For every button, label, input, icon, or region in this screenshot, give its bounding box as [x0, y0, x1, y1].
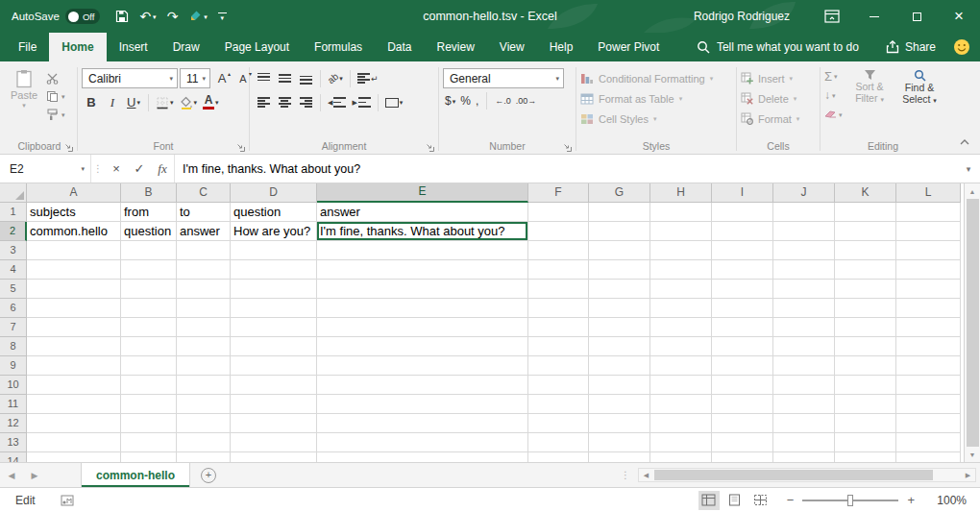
cell-B1[interactable]: from: [121, 203, 177, 222]
collapse-ribbon-button[interactable]: [959, 135, 970, 149]
cell-E10[interactable]: [317, 376, 528, 395]
select-all-button[interactable]: [0, 183, 27, 203]
format-as-table-dropdown-icon[interactable]: ▾: [679, 95, 683, 102]
cell-E2[interactable]: I'm fine, thanks. What about you?: [317, 222, 528, 241]
cell-K9[interactable]: [835, 356, 896, 376]
save-button[interactable]: [115, 10, 129, 23]
cell-C5[interactable]: [177, 280, 231, 299]
cell-G1[interactable]: [589, 203, 650, 222]
cell-C1[interactable]: to: [177, 203, 231, 222]
cell-I5[interactable]: [712, 280, 773, 299]
name-box[interactable]: E2 ▾: [0, 155, 90, 183]
cell-H13[interactable]: [650, 433, 712, 452]
cell-J4[interactable]: [773, 260, 835, 280]
cell-K13[interactable]: [835, 433, 896, 452]
cell-G9[interactable]: [589, 356, 650, 376]
copy-button[interactable]: ▾: [46, 89, 65, 104]
cell-C11[interactable]: [177, 395, 231, 414]
cell-F8[interactable]: [528, 337, 589, 356]
format-cells-button[interactable]: Format ▾: [741, 110, 816, 128]
scroll-down-icon[interactable]: ▼: [966, 448, 979, 461]
cell-G12[interactable]: [589, 414, 650, 433]
cell-B12[interactable]: [121, 414, 177, 433]
cell-F3[interactable]: [528, 241, 589, 260]
cell-K14[interactable]: [835, 452, 896, 462]
cell-F11[interactable]: [528, 395, 589, 414]
tab-power-pivot[interactable]: Power Pivot: [585, 33, 672, 61]
cell-B6[interactable]: [121, 299, 177, 318]
cell-H1[interactable]: [650, 203, 712, 222]
insert-function-button[interactable]: fx: [151, 155, 174, 183]
column-header-F[interactable]: F: [528, 183, 589, 203]
tab-insert[interactable]: Insert: [107, 33, 160, 61]
column-header-D[interactable]: D: [231, 183, 317, 203]
cell-D2[interactable]: How are you?: [231, 222, 317, 241]
cell-K7[interactable]: [835, 318, 896, 337]
name-box-dropdown-icon[interactable]: ▾: [81, 165, 85, 172]
cell-F10[interactable]: [528, 376, 589, 395]
cell-L9[interactable]: [896, 356, 961, 376]
vertical-scroll-thumb[interactable]: [967, 199, 979, 447]
row-header-3[interactable]: 3: [0, 241, 27, 260]
cell-C14[interactable]: [177, 452, 231, 462]
underline-dropdown-icon[interactable]: ▾: [136, 99, 140, 106]
align-left-button[interactable]: [254, 92, 273, 112]
cell-G7[interactable]: [589, 318, 650, 337]
formula-bar-splitter[interactable]: ⋮: [91, 155, 105, 183]
cell-H10[interactable]: [650, 376, 712, 395]
cell-K8[interactable]: [835, 337, 896, 356]
row-header-14[interactable]: 14: [0, 452, 27, 462]
cell-E9[interactable]: [317, 356, 528, 376]
cell-H3[interactable]: [650, 241, 712, 260]
cell-J9[interactable]: [773, 356, 835, 376]
cell-A1[interactable]: subjects: [27, 203, 121, 222]
cell-A9[interactable]: [27, 356, 121, 376]
cell-I6[interactable]: [712, 299, 773, 318]
copy-dropdown-icon[interactable]: ▾: [61, 93, 65, 100]
cell-D5[interactable]: [231, 280, 317, 299]
tab-formulas[interactable]: Formulas: [302, 33, 375, 61]
cell-I10[interactable]: [712, 376, 773, 395]
percent-button[interactable]: %: [460, 94, 471, 108]
zoom-in-button[interactable]: +: [907, 493, 915, 507]
format-painter-dropdown-icon[interactable]: ▾: [61, 111, 65, 118]
borders-button[interactable]: ▾: [154, 92, 176, 112]
cell-K4[interactable]: [835, 260, 896, 280]
cell-J3[interactable]: [773, 241, 835, 260]
clipboard-dialog-launcher[interactable]: [64, 143, 73, 152]
cell-F2[interactable]: [528, 222, 589, 241]
scroll-right-icon[interactable]: ▶: [961, 472, 975, 479]
cell-A4[interactable]: [27, 260, 121, 280]
zoom-slider[interactable]: [802, 500, 898, 501]
cell-F12[interactable]: [528, 414, 589, 433]
clear-dropdown-icon[interactable]: ▾: [839, 111, 843, 118]
fill-color-dropdown-icon[interactable]: ▾: [194, 99, 198, 106]
cell-D8[interactable]: [231, 337, 317, 356]
cell-C10[interactable]: [177, 376, 231, 395]
middle-align-button[interactable]: [275, 68, 294, 88]
font-dialog-launcher[interactable]: [236, 143, 245, 152]
cancel-button[interactable]: ×: [105, 155, 128, 183]
autosave-pill[interactable]: Off: [65, 9, 101, 24]
cell-styles-dropdown-icon[interactable]: ▾: [653, 115, 657, 122]
cell-A5[interactable]: [27, 280, 121, 299]
cell-G2[interactable]: [589, 222, 650, 241]
cell-B14[interactable]: [121, 452, 177, 462]
font-family-dropdown-icon[interactable]: ▾: [169, 75, 173, 82]
row-header-4[interactable]: 4: [0, 260, 27, 280]
cell-J10[interactable]: [773, 376, 835, 395]
tell-me-box[interactable]: Tell me what you want to do: [697, 40, 859, 54]
column-header-G[interactable]: G: [589, 183, 650, 203]
cell-E7[interactable]: [317, 318, 528, 337]
insert-cells-dropdown-icon[interactable]: ▾: [790, 75, 794, 82]
cell-A8[interactable]: [27, 337, 121, 356]
sort-filter-dropdown-icon[interactable]: ▾: [880, 96, 884, 103]
customize-qat-button[interactable]: ▾: [218, 12, 227, 21]
brush-dropdown-icon[interactable]: ▾: [204, 13, 208, 20]
cell-B8[interactable]: [121, 337, 177, 356]
enter-button[interactable]: ✓: [128, 155, 151, 183]
cell-L7[interactable]: [896, 318, 961, 337]
cell-D9[interactable]: [231, 356, 317, 376]
find-select-button[interactable]: Find & Select ▾: [897, 68, 943, 139]
column-header-B[interactable]: B: [121, 183, 177, 203]
